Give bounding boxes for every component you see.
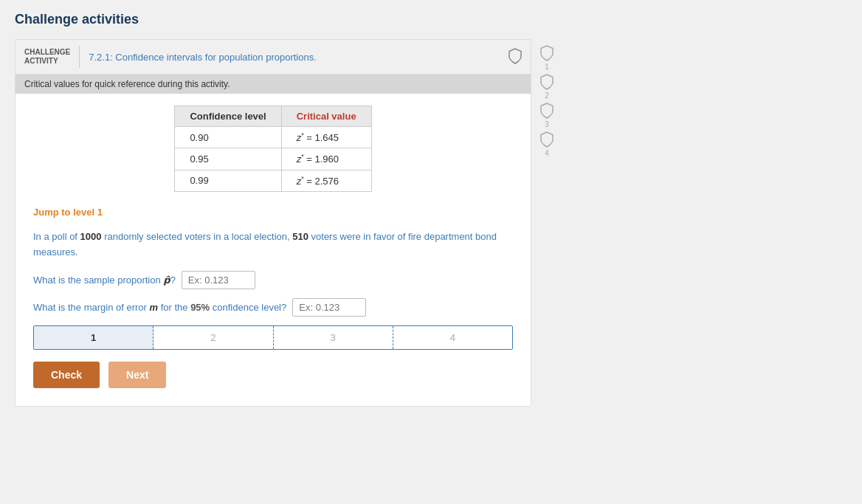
reference-table-wrapper: Confidence level Critical value 0.90z* =… <box>33 106 513 192</box>
jump-level: 1 <box>97 207 103 218</box>
card-body: Confidence level Critical value 0.90z* =… <box>15 94 531 406</box>
header-divider <box>79 46 80 68</box>
table-row: 0.95z* = 1.960 <box>175 148 371 170</box>
badge-item[interactable]: 2 <box>540 74 554 100</box>
challenge-card: CHALLENGE ACTIVITY 7.2.1: Confidence int… <box>15 39 531 407</box>
confidence-level-cell: 0.90 <box>175 127 281 148</box>
page-title: Challenge activities <box>15 12 847 27</box>
critical-value-cell: z* = 1.960 <box>281 148 371 170</box>
reference-bar: Critical values for quick reference duri… <box>15 75 531 94</box>
reference-table: Confidence level Critical value 0.90z* =… <box>174 106 371 192</box>
critical-value-cell: z* = 2.576 <box>281 170 371 191</box>
col-confidence-header: Confidence level <box>175 106 281 127</box>
step-cell[interactable]: 1 <box>34 326 154 349</box>
confidence-level-cell: 0.95 <box>175 148 281 170</box>
activity-title: 7.2.1: Confidence intervals for populati… <box>89 52 500 63</box>
bookmark-icon[interactable] <box>508 48 522 66</box>
badge-item[interactable]: 1 <box>540 45 554 71</box>
step-cell[interactable]: 4 <box>393 326 512 349</box>
question2-input[interactable] <box>292 298 366 317</box>
badge-number: 4 <box>545 149 549 157</box>
question2-row: What is the margin of error m for the 95… <box>33 298 513 317</box>
badge-number: 1 <box>545 63 549 71</box>
table-row: 0.99z* = 2.576 <box>175 170 371 191</box>
check-button[interactable]: Check <box>33 362 100 388</box>
buttons-row: Check Next <box>33 362 513 388</box>
badge-item[interactable]: 3 <box>540 103 554 128</box>
step-cell[interactable]: 3 <box>274 326 393 349</box>
steps-bar: 1234 <box>33 325 513 350</box>
jump-to[interactable]: Jump to level 1 <box>33 207 513 218</box>
step-cell[interactable]: 2 <box>154 326 273 349</box>
badge-item[interactable]: 4 <box>540 131 554 157</box>
badge-number: 2 <box>545 92 549 100</box>
next-button[interactable]: Next <box>108 362 166 388</box>
side-badges: 1 2 3 4 <box>540 39 554 407</box>
card-header: CHALLENGE ACTIVITY 7.2.1: Confidence int… <box>15 40 531 75</box>
critical-value-cell: z* = 1.645 <box>281 127 371 148</box>
table-row: 0.90z* = 1.645 <box>175 127 371 148</box>
question1-label: What is the sample proportion p̂? <box>33 275 176 286</box>
badge-number: 3 <box>545 120 549 128</box>
question1-row: What is the sample proportion p̂? <box>33 271 513 289</box>
col-critical-header: Critical value <box>281 106 371 127</box>
question2-label: What is the margin of error m for the 95… <box>33 302 286 313</box>
challenge-label: CHALLENGE ACTIVITY <box>24 48 70 66</box>
question1-input[interactable] <box>182 271 255 289</box>
problem-text: In a poll of 1000 randomly selected vote… <box>33 229 513 260</box>
confidence-level-cell: 0.99 <box>175 170 281 191</box>
